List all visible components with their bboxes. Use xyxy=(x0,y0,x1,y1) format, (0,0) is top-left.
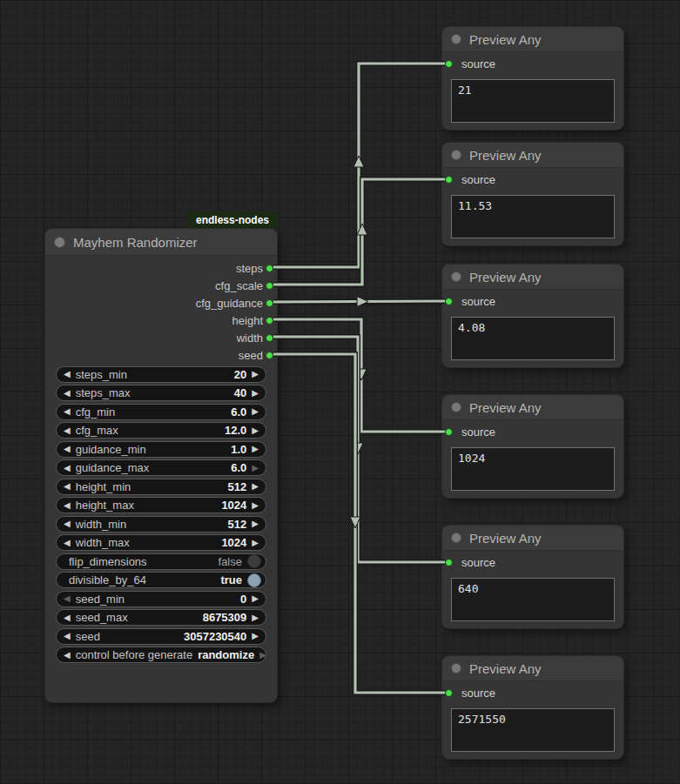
output-dot-icon[interactable] xyxy=(266,299,273,307)
stepper-right-icon[interactable]: ▶ xyxy=(252,464,259,472)
node-header[interactable]: Preview Any xyxy=(442,143,623,168)
stepper-right-icon[interactable]: ▶ xyxy=(252,613,259,622)
node-header[interactable]: Preview Any xyxy=(442,27,623,52)
preview-node-steps[interactable]: Preview Any source 21 xyxy=(442,27,623,130)
output-slot-cfg-scale[interactable]: cfg_scale xyxy=(45,277,277,294)
stepper-right-icon[interactable]: ▶ xyxy=(252,407,259,416)
preview-node-cfg-scale[interactable]: Preview Any source 11.53 xyxy=(442,143,623,245)
stepper-right-icon[interactable]: ▶ xyxy=(252,519,259,528)
widget-height-max[interactable]: ◀height_max1024▶ xyxy=(56,497,266,513)
wire-cfg-guidance xyxy=(273,297,445,307)
widget-seed-min[interactable]: ◀seed_min0▶ xyxy=(56,591,266,607)
node-header[interactable]: Preview Any xyxy=(442,395,623,420)
output-slot-width[interactable]: width xyxy=(45,329,277,346)
stepper-left-icon[interactable]: ◀ xyxy=(64,445,71,453)
collapse-dot-icon[interactable] xyxy=(451,271,461,282)
widget-steps-min[interactable]: ◀steps_min20▶ xyxy=(56,366,266,383)
stepper-left-icon[interactable]: ◀ xyxy=(64,407,71,416)
widget-guidance-max[interactable]: ◀guidance_max6.0▶ xyxy=(56,459,266,476)
output-dot-icon[interactable] xyxy=(266,352,273,359)
input-dot-icon[interactable] xyxy=(445,60,453,68)
preview-node-seed[interactable]: Preview Any source 2571550 xyxy=(442,656,623,759)
widget-cfg-max[interactable]: ◀cfg_max12.0▶ xyxy=(56,422,266,439)
stepper-left-icon[interactable]: ◀ xyxy=(64,389,71,398)
stepper-left-icon[interactable]: ◀ xyxy=(64,482,71,491)
toggle-off-icon[interactable] xyxy=(247,554,261,568)
node-graph-canvas[interactable]: endless-nodes Mayhem Randomizer steps cf… xyxy=(0,0,680,784)
preview-value-box[interactable]: 11.53 xyxy=(451,195,615,238)
stepper-left-icon[interactable]: ◀ xyxy=(64,519,71,528)
stepper-right-icon[interactable]: ▶ xyxy=(259,651,266,660)
preview-value-box[interactable]: 4.08 xyxy=(451,317,615,360)
stepper-right-icon[interactable]: ▶ xyxy=(252,445,259,453)
output-slot-cfg-guidance[interactable]: cfg_guidance xyxy=(45,294,277,312)
input-dot-icon[interactable] xyxy=(445,428,453,436)
stepper-right-icon[interactable]: ▶ xyxy=(252,632,259,640)
node-header[interactable]: Mayhem Randomizer xyxy=(45,229,277,256)
output-slot-seed[interactable]: seed xyxy=(45,346,277,364)
stepper-right-icon[interactable]: ▶ xyxy=(252,501,259,510)
stepper-left-icon[interactable]: ◀ xyxy=(64,501,71,510)
input-dot-icon[interactable] xyxy=(445,689,453,697)
stepper-left-icon[interactable]: ◀ xyxy=(64,426,71,435)
widget-guidance-min[interactable]: ◀guidance_min1.0▶ xyxy=(56,441,266,458)
stepper-left-icon[interactable]: ◀ xyxy=(64,651,71,660)
preview-value-box[interactable]: 2571550 xyxy=(451,708,615,752)
preview-node-cfg-guidance[interactable]: Preview Any source 4.08 xyxy=(442,265,623,367)
input-slot-source[interactable]: source xyxy=(442,290,623,313)
input-slot-source[interactable]: source xyxy=(442,168,623,191)
stepper-right-icon[interactable]: ▶ xyxy=(252,594,259,603)
stepper-left-icon[interactable]: ◀ xyxy=(64,464,71,472)
stepper-right-icon[interactable]: ▶ xyxy=(252,482,259,491)
input-dot-icon[interactable] xyxy=(445,176,453,184)
preview-value-box[interactable]: 640 xyxy=(451,578,615,621)
collapse-dot-icon[interactable] xyxy=(54,237,65,248)
node-header[interactable]: Preview Any xyxy=(442,656,623,681)
node-mayhem-randomizer[interactable]: Mayhem Randomizer steps cfg_scale cfg_gu… xyxy=(45,229,277,702)
widget-width-max[interactable]: ◀width_max1024▶ xyxy=(56,534,266,551)
collapse-dot-icon[interactable] xyxy=(451,663,461,673)
output-slot-steps[interactable]: steps xyxy=(45,259,277,277)
collapse-dot-icon[interactable] xyxy=(451,402,461,412)
widget-divisible-by-64[interactable]: divisible_by_64true xyxy=(56,572,266,588)
node-title: Preview Any xyxy=(469,270,542,285)
widget-width-min[interactable]: ◀width_min512▶ xyxy=(56,516,266,533)
output-dot-icon[interactable] xyxy=(266,334,273,342)
stepper-left-icon[interactable]: ◀ xyxy=(64,613,71,622)
stepper-right-icon[interactable]: ▶ xyxy=(252,389,259,398)
widget-height-min[interactable]: ◀height_min512▶ xyxy=(56,479,266,495)
input-slot-source[interactable]: source xyxy=(442,681,623,705)
widget-cfg-min[interactable]: ◀cfg_min6.0▶ xyxy=(56,404,266,420)
widget-control-before-generate[interactable]: ◀control before generaterandomize▶ xyxy=(56,647,266,663)
node-header[interactable]: Preview Any xyxy=(442,526,623,551)
collapse-dot-icon[interactable] xyxy=(451,533,461,543)
collapse-dot-icon[interactable] xyxy=(451,150,461,160)
widget-seed-max[interactable]: ◀seed_max8675309▶ xyxy=(56,609,266,626)
preview-node-width[interactable]: Preview Any source 640 xyxy=(442,526,623,628)
output-dot-icon[interactable] xyxy=(266,317,273,325)
stepper-right-icon[interactable]: ▶ xyxy=(252,539,259,547)
output-slot-height[interactable]: height xyxy=(45,312,277,329)
input-slot-source[interactable]: source xyxy=(442,551,623,574)
input-dot-icon[interactable] xyxy=(445,298,453,305)
output-dot-icon[interactable] xyxy=(266,265,273,272)
widget-seed[interactable]: ◀seed3057230540▶ xyxy=(56,628,266,645)
preview-value-box[interactable]: 21 xyxy=(451,79,615,123)
collapse-dot-icon[interactable] xyxy=(451,34,461,44)
preview-node-height[interactable]: Preview Any source 1024 xyxy=(442,395,623,498)
widget-flip-dimensions[interactable]: flip_dimensionsfalse xyxy=(56,553,266,570)
input-slot-source[interactable]: source xyxy=(442,52,623,76)
input-dot-icon[interactable] xyxy=(445,559,453,566)
node-header[interactable]: Preview Any xyxy=(442,265,623,290)
stepper-right-icon[interactable]: ▶ xyxy=(252,370,259,379)
input-slot-source[interactable]: source xyxy=(442,420,623,444)
stepper-left-icon[interactable]: ◀ xyxy=(64,370,71,379)
widget-steps-max[interactable]: ◀steps_max40▶ xyxy=(56,385,266,401)
stepper-left-icon[interactable]: ◀ xyxy=(64,594,71,603)
stepper-right-icon[interactable]: ▶ xyxy=(252,426,259,435)
toggle-on-icon[interactable] xyxy=(247,573,261,587)
output-dot-icon[interactable] xyxy=(266,282,273,290)
preview-value-box[interactable]: 1024 xyxy=(451,447,615,491)
stepper-left-icon[interactable]: ◀ xyxy=(64,632,71,640)
stepper-left-icon[interactable]: ◀ xyxy=(64,539,71,547)
